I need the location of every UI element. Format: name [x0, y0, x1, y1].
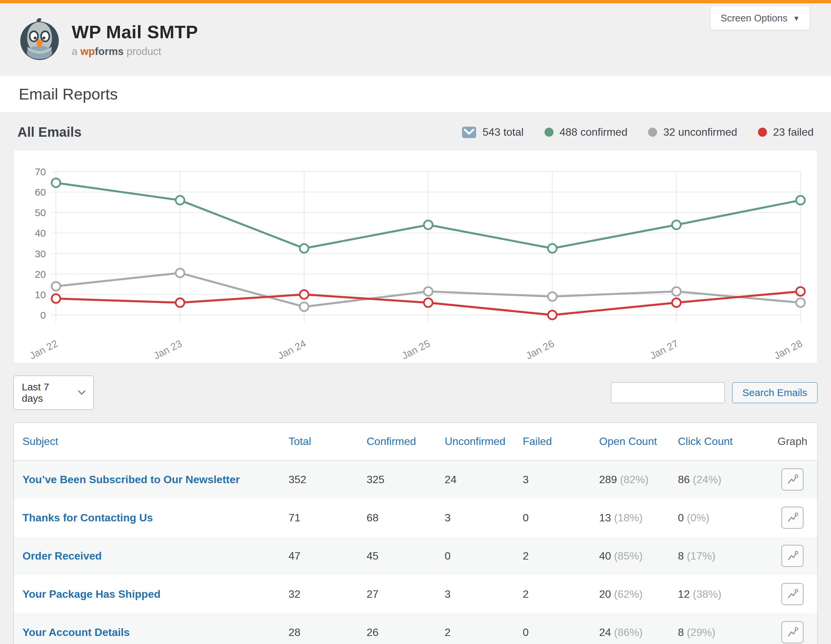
column-header-total[interactable]: Total	[288, 423, 366, 460]
legend-label: 32 unconfirmed	[663, 126, 737, 138]
data-point-unconfirmed	[796, 298, 805, 307]
click-count-percent: (24%)	[692, 474, 721, 485]
screen-options-button[interactable]: Screen Options ▼	[710, 7, 810, 30]
click-count-value: 8	[678, 626, 687, 638]
data-point-confirmed	[424, 221, 433, 229]
data-point-failed	[175, 298, 184, 307]
open-count-value: 24	[599, 626, 614, 638]
data-point-unconfirmed	[52, 282, 60, 291]
data-point-failed	[672, 298, 681, 307]
pigeon-mascot-icon	[18, 17, 62, 61]
data-point-failed	[548, 311, 557, 319]
row-graph-button[interactable]	[782, 507, 804, 529]
click-count-value: 8	[678, 550, 687, 562]
click-count-percent: (38%)	[692, 588, 721, 600]
email-reports-table-panel: SubjectTotalConfirmedUnconfirmedFailedOp…	[13, 423, 818, 644]
column-header-click-count[interactable]: Click Count	[678, 423, 768, 460]
column-header-failed[interactable]: Failed	[523, 423, 599, 460]
y-axis-tick-label: 20	[35, 269, 46, 280]
column-header-unconfirmed[interactable]: Unconfirmed	[445, 423, 523, 460]
email-subject-link[interactable]: Order Received	[22, 550, 102, 562]
y-axis-tick-label: 0	[40, 310, 46, 321]
table-row: Order Received47450240 (85%)8 (17%)	[14, 537, 817, 575]
screen-options-label: Screen Options	[720, 13, 788, 24]
email-subject-link[interactable]: Your Package Has Shipped	[22, 588, 161, 600]
brand-text: WP Mail SMTP a wpforms product	[72, 21, 198, 58]
search-input[interactable]	[611, 382, 725, 403]
x-axis-tick-label: Jan 22	[27, 338, 59, 361]
row-graph-button[interactable]	[782, 583, 804, 605]
email-subject-link[interactable]: You’ve Been Subscribed to Our Newsletter	[22, 474, 240, 485]
app-header: WP Mail SMTP a wpforms product Screen Op…	[0, 3, 831, 76]
confirmed-value: 27	[366, 588, 379, 600]
tagline-suffix: product	[127, 46, 161, 57]
unconfirmed-value: 24	[445, 474, 457, 485]
x-axis-tick-label: Jan 28	[772, 338, 804, 361]
column-header-open-count[interactable]: Open Count	[599, 423, 678, 460]
wp-mail-smtp-logo	[18, 17, 62, 62]
confirmed-value: 68	[366, 512, 379, 524]
table-header-row: SubjectTotalConfirmedUnconfirmedFailedOp…	[14, 423, 817, 460]
open-count-percent: (18%)	[614, 512, 642, 524]
y-axis-tick-label: 70	[35, 166, 46, 177]
row-graph-button[interactable]	[782, 621, 804, 643]
total-value: 352	[288, 474, 306, 485]
failed-value: 3	[523, 474, 529, 485]
chevron-down-icon: ▼	[793, 14, 800, 22]
search-group: Search Emails	[611, 382, 818, 403]
chevron-down-icon	[78, 390, 86, 395]
legend-item: 488 confirmed	[544, 126, 627, 138]
open-count-percent: (86%)	[614, 626, 642, 638]
open-count-value: 13	[599, 512, 614, 524]
y-axis-tick-label: 10	[35, 289, 46, 300]
date-range-select[interactable]: Last 7 days	[13, 375, 94, 410]
legend-dot-icon	[758, 128, 767, 137]
column-header-subject[interactable]: Subject	[14, 423, 288, 460]
y-axis-tick-label: 50	[35, 207, 46, 218]
legend-item: 32 unconfirmed	[648, 126, 737, 138]
email-subject-link[interactable]: Thanks for Contacting Us	[22, 512, 153, 524]
table-row: Thanks for Contacting Us71683013 (18%)0 …	[14, 499, 817, 537]
email-subject-link[interactable]: Your Account Details	[22, 626, 130, 638]
x-axis-tick-label: Jan 27	[648, 338, 680, 361]
click-count-value: 12	[678, 588, 692, 600]
x-axis-tick-label: Jan 23	[152, 338, 184, 361]
data-point-unconfirmed	[672, 287, 681, 296]
table-row: You’ve Been Subscribed to Our Newsletter…	[14, 460, 817, 499]
table-row: Your Package Has Shipped32273220 (62%)12…	[14, 575, 817, 613]
click-count-value: 86	[678, 474, 692, 485]
failed-value: 2	[523, 550, 529, 562]
line-chart-icon	[786, 512, 799, 524]
total-value: 32	[288, 588, 301, 600]
brand: WP Mail SMTP a wpforms product	[18, 17, 811, 62]
legend: 543 total488 confirmed32 unconfirmed23 f…	[462, 126, 813, 138]
email-reports-table: SubjectTotalConfirmedUnconfirmedFailedOp…	[14, 423, 817, 644]
x-axis-tick-label: Jan 25	[400, 338, 431, 361]
data-point-unconfirmed	[175, 269, 184, 277]
legend-item: 543 total	[462, 126, 524, 138]
line-chart-icon	[786, 626, 799, 638]
legend-label: 23 failed	[773, 126, 813, 138]
y-axis-tick-label: 60	[35, 187, 46, 198]
row-graph-button[interactable]	[782, 545, 804, 567]
unconfirmed-value: 2	[445, 626, 451, 638]
email-chart-panel: 010203040506070Jan 22Jan 23Jan 24Jan 25J…	[13, 150, 818, 364]
row-graph-button[interactable]	[782, 468, 804, 491]
admin-top-bar	[0, 0, 831, 3]
confirmed-value: 26	[366, 626, 379, 638]
open-count-value: 40	[599, 550, 614, 562]
data-point-failed	[796, 287, 805, 296]
data-point-confirmed	[175, 196, 184, 205]
page-title: Email Reports	[19, 85, 118, 103]
total-value: 28	[288, 626, 301, 638]
confirmed-value: 325	[366, 474, 384, 485]
line-chart-icon	[786, 588, 799, 600]
data-point-confirmed	[52, 178, 60, 187]
x-axis-tick-label: Jan 26	[524, 338, 556, 361]
column-header-confirmed[interactable]: Confirmed	[366, 423, 445, 460]
content: All Emails 543 total488 confirmed32 unco…	[0, 125, 831, 644]
search-emails-button[interactable]: Search Emails	[732, 382, 818, 403]
open-count-percent: (85%)	[614, 550, 642, 562]
total-value: 71	[288, 512, 301, 524]
data-point-confirmed	[548, 244, 557, 253]
